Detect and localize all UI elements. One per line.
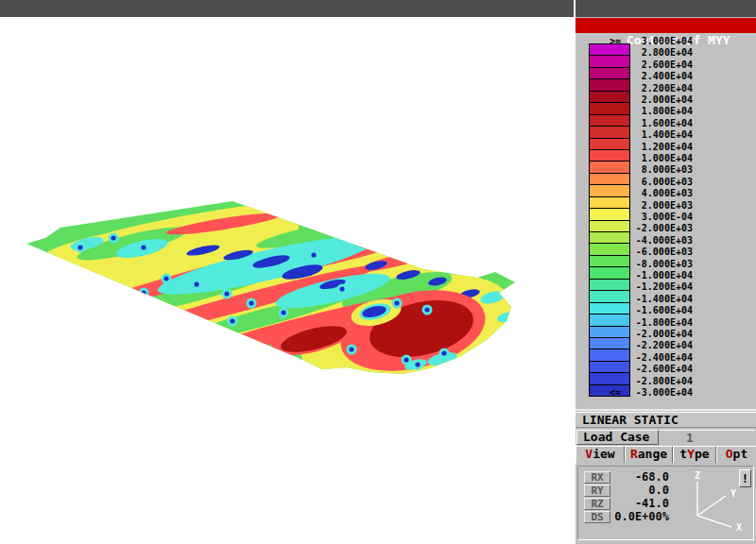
contour-spot bbox=[224, 291, 229, 296]
type-button[interactable]: tYpe bbox=[673, 446, 716, 463]
contour-spot bbox=[339, 286, 344, 291]
hotkey-letter: Y bbox=[687, 447, 695, 461]
rotation-rx-button[interactable]: RX bbox=[584, 471, 610, 484]
range-button[interactable]: Range bbox=[625, 446, 673, 463]
legend-bound-value: -8.000E+03 bbox=[628, 259, 693, 270]
legend-bound-prefix bbox=[602, 212, 621, 223]
legend-bound-value: 1.400E+04 bbox=[628, 129, 693, 141]
contour-spot bbox=[103, 284, 108, 289]
legend-bound-value: 2.600E+04 bbox=[628, 60, 693, 71]
legend-label: <=-3.000E+04 bbox=[602, 387, 693, 399]
contour-spot bbox=[349, 347, 353, 351]
legend-bound-value: 1.800E+04 bbox=[628, 106, 693, 117]
rotation-row: RX-68.0 bbox=[584, 470, 679, 484]
legend-bound-value: 6.000E+03 bbox=[628, 177, 693, 188]
legend-bound-value: 3.000E-04 bbox=[628, 212, 693, 223]
legend-bound-value: -6.000E+03 bbox=[628, 246, 693, 258]
warning-button[interactable]: ! bbox=[739, 469, 751, 487]
legend-bound-prefix bbox=[602, 223, 621, 234]
legend-bound-prefix bbox=[602, 246, 621, 258]
legend-label: 4.000E+03 bbox=[602, 188, 693, 199]
rotation-rz-button[interactable]: RZ bbox=[584, 498, 610, 510]
load-case-button[interactable]: Load Case bbox=[576, 430, 659, 445]
legend-bound-value: 2.000E+04 bbox=[628, 94, 693, 106]
contour-spot bbox=[111, 235, 115, 240]
load-case-row: Load Case 1 bbox=[576, 430, 756, 446]
legend-label: 6.000E+03 bbox=[602, 177, 693, 188]
legend-label: -1.800E+04 bbox=[602, 317, 693, 329]
legend-bound-value: -1.600E+04 bbox=[628, 305, 693, 316]
legend-bound-prefix bbox=[602, 281, 621, 293]
load-case-value[interactable]: 1 bbox=[660, 430, 755, 445]
legend-bound-prefix bbox=[602, 200, 621, 212]
rotation-ry-button[interactable]: RY bbox=[584, 484, 610, 497]
hotkey-letter: O bbox=[726, 447, 733, 461]
control-panel: perin4 Contour of MYY >=3.000E+042.800E+… bbox=[576, 0, 756, 544]
legend-label: -2.200E+04 bbox=[602, 340, 693, 351]
legend-bound-value: -4.000E+03 bbox=[628, 235, 693, 246]
rotation-ds-button[interactable]: DS bbox=[584, 511, 610, 523]
contour-spot-halo bbox=[341, 231, 352, 242]
options-button[interactable]: Opt bbox=[716, 446, 756, 463]
legend-bound-prefix bbox=[602, 164, 621, 176]
legend-label: 2.600E+04 bbox=[602, 60, 693, 71]
legend-bound-prefix bbox=[602, 153, 621, 164]
legend-bound-value: 1.200E+04 bbox=[628, 142, 693, 153]
legend-label: -1.000E+04 bbox=[602, 270, 693, 281]
legend-bound-prefix bbox=[602, 71, 621, 82]
legend-bound-prefix bbox=[602, 317, 621, 329]
contour-spot bbox=[230, 318, 234, 323]
hotkey-letter: R bbox=[630, 447, 638, 461]
rotation-ry-value: 0.0 bbox=[610, 484, 669, 497]
legend-bound-value: -3.000E+04 bbox=[628, 387, 693, 399]
legend-label: -2.000E+04 bbox=[602, 329, 693, 340]
app-window: Load Case 1 perin4 Contour of MYY >=3.00… bbox=[0, 0, 756, 544]
rotation-rx-value: -68.0 bbox=[610, 470, 669, 484]
button-row: ViewRangetYpeOpt bbox=[576, 446, 756, 463]
legend-bound-value: 4.000E+03 bbox=[628, 188, 693, 199]
legend-label: 1.600E+04 bbox=[602, 118, 693, 129]
contour-plot[interactable] bbox=[0, 17, 575, 544]
contour-spot bbox=[394, 300, 399, 305]
contour-region bbox=[63, 281, 166, 321]
legend-label: 2.800E+04 bbox=[602, 47, 693, 59]
legend-label: 1.200E+04 bbox=[602, 142, 693, 153]
contour-spot bbox=[77, 245, 82, 249]
legend-bound-prefix bbox=[602, 142, 621, 153]
legend-bound-value: 1.000E+04 bbox=[628, 153, 693, 164]
legend-bound-prefix bbox=[602, 47, 621, 59]
legend-bound-prefix bbox=[602, 340, 621, 351]
axis-y-label: Y bbox=[730, 488, 736, 499]
contour-spot bbox=[141, 245, 146, 249]
legend-bound-prefix bbox=[602, 329, 621, 340]
legend-label: -4.000E+03 bbox=[602, 235, 693, 246]
legend-bound-value: 2.000E+03 bbox=[628, 200, 693, 212]
legend-label: -2.600E+04 bbox=[602, 364, 693, 375]
contour-legend: >=3.000E+042.800E+042.600E+042.400E+042.… bbox=[576, 0, 756, 410]
rotation-row: RZ-41.0 bbox=[584, 497, 679, 510]
legend-bound-value: -1.800E+04 bbox=[628, 317, 693, 329]
viewport-titlebar: Load Case 1 bbox=[0, 0, 574, 17]
legend-label: 2.200E+04 bbox=[602, 83, 693, 94]
legend-label: -1.600E+04 bbox=[602, 305, 693, 316]
rotation-ds-value: 0.0E+00% bbox=[610, 510, 669, 523]
contour-spot bbox=[186, 316, 191, 321]
view-button[interactable]: View bbox=[576, 446, 625, 463]
legend-bound-prefix: >= bbox=[602, 36, 621, 47]
legend-bound-prefix bbox=[602, 118, 621, 129]
contour-spot-halo bbox=[184, 314, 195, 325]
legend-label: -2.400E+04 bbox=[602, 352, 693, 364]
legend-bound-prefix bbox=[602, 94, 621, 106]
rotation-rows: RX-68.0RY0.0RZ-41.0DS0.0E+00% bbox=[584, 470, 679, 523]
legend-bound-value: -2.000E+03 bbox=[628, 223, 693, 234]
legend-bound-value: -1.200E+04 bbox=[628, 281, 693, 293]
legend-bound-prefix bbox=[602, 60, 621, 71]
legend-bound-value: -2.600E+04 bbox=[628, 364, 693, 375]
legend-bound-prefix bbox=[602, 270, 621, 281]
legend-bound-value: -1.400E+04 bbox=[628, 294, 693, 305]
legend-bound-value: -1.000E+04 bbox=[628, 270, 693, 281]
rotation-row: DS0.0E+00% bbox=[584, 510, 679, 523]
legend-bound-prefix bbox=[602, 294, 621, 305]
contour-spot-halo bbox=[101, 282, 112, 293]
contour-spot bbox=[415, 362, 420, 366]
